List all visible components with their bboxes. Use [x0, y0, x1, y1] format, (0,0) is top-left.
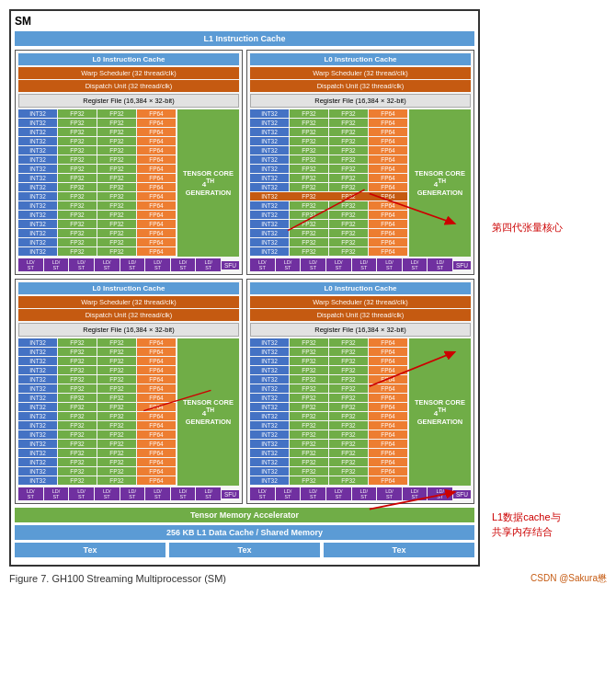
core-row: INT32FP32FP32FP64 [18, 366, 176, 374]
cores-left-2: INT32FP32FP32FP64 INT32FP32FP32FP64 INT3… [250, 109, 407, 257]
core-row: INT32FP32FP32FP64 [250, 137, 407, 145]
cores-left-3: INT32FP32FP32FP64 INT32FP32FP32FP64 INT3… [18, 338, 176, 486]
core-row: INT32FP32FP32FP64 [18, 192, 176, 201]
core-row: INT32FP32FP32FP64 [18, 247, 176, 256]
cores-area-1: INT32FP32FP32FP64 INT32FP32FP32FP64 INT3… [18, 109, 239, 257]
core-row: INT32FP32FP32FP64 [250, 348, 407, 356]
core-row: INT32FP32FP32FP64 [18, 109, 176, 118]
core-row: INT32FP32FP32FP64 [250, 384, 407, 393]
core-row: INT32FP32FP32FP64 [18, 375, 176, 384]
right-annotations: 第四代张量核心 L1数据cache与 共享内存结合 [487, 9, 607, 567]
tex-3: Tex [324, 543, 474, 557]
core-row: INT32FP32FP32FP64 [250, 357, 407, 365]
core-row: INT32FP32FP32FP64 [250, 109, 407, 118]
core-row: INT32FP32FP32FP64 [18, 449, 176, 457]
core-row: INT32FP32FP32FP64 [18, 183, 176, 191]
sm-grid: L0 Instruction Cache Warp Scheduler (32 … [15, 50, 474, 504]
core-row: INT32FP32FP32FP64 [250, 220, 407, 228]
core-row: INT32FP32FP32FP64 [250, 119, 407, 127]
warp-scheduler-3: Warp Scheduler (32 thread/clk) [18, 296, 239, 308]
l0-cache-4: L0 Instruction Cache [250, 282, 471, 294]
register-file-2: Register File (16,384 × 32-bit) [250, 94, 471, 108]
core-row: INT32FP32FP32FP64 [18, 476, 176, 485]
l1-instruction-cache-top: L1 Instruction Cache [15, 31, 474, 46]
core-row: INT32FP32FP32FP64 [250, 183, 407, 191]
core-row: INT32FP32FP32FP64 [250, 192, 407, 201]
core-row: INT32FP32FP32FP64 [18, 357, 176, 365]
core-row: INT32FP32FP32FP64 [18, 467, 176, 476]
dispatch-unit-2: Dispatch Unit (32 thread/clk) [250, 80, 471, 92]
core-row: INT32FP32FP32FP64 [18, 119, 176, 127]
tensor-core-label-3: TENSOR CORE 4TH GENERATION [177, 338, 239, 486]
cores-left-4: INT32FP32FP32FP64 INT32FP32FP32FP64 INT3… [250, 338, 407, 486]
tex-1: Tex [15, 543, 165, 557]
figure-caption: Figure 7. GH100 Streaming Multiprocessor… [9, 572, 607, 585]
ld-st-row-3: LD/ST LD/ST LD/ST LD/ST LD/ST LD/ST LD/S… [18, 487, 239, 500]
core-row: INT32FP32FP32FP64 [18, 440, 176, 448]
core-row: INT32FP32FP32FP64 [250, 449, 407, 457]
sub-sm-4: L0 Instruction Cache Warp Scheduler (32 … [246, 279, 474, 504]
ld-st-row-1: LD/ST LD/ST LD/ST LD/ST LD/ST LD/ST LD/S… [18, 258, 239, 271]
core-row: INT32FP32FP32FP64 [250, 146, 407, 155]
warp-scheduler-1: Warp Scheduler (32 thread/clk) [18, 67, 239, 79]
ld-st-row-4: LD/ST LD/ST LD/ST LD/ST LD/ST LD/ST LD/S… [250, 487, 471, 500]
core-row: INT32FP32FP32FP64 [250, 229, 407, 237]
core-row: INT32FP32FP32FP64 [250, 458, 407, 466]
l1-data-cache: 256 KB L1 Data Cache / Shared Memory [15, 525, 474, 540]
core-row: INT32FP32FP32FP64 [250, 394, 407, 402]
cores-area-2: INT32FP32FP32FP64 INT32FP32FP32FP64 INT3… [250, 109, 471, 257]
core-row: INT32FP32FP32FP64 [18, 174, 176, 182]
core-row: INT32FP32FP32FP64 [18, 137, 176, 145]
sfu-3: SFU [222, 490, 239, 498]
annotation-tensor-core: 第四代张量核心 [492, 221, 563, 235]
sm-title: SM [15, 15, 474, 28]
core-row: INT32FP32FP32FP64 [18, 384, 176, 393]
core-row: INT32FP32FP32FP64 [18, 211, 176, 219]
tensor-core-label-4: TENSOR CORE 4TH GENERATION [409, 338, 471, 486]
core-row: INT32FP32FP32FP64 [18, 421, 176, 430]
core-row: INT32FP32FP32FP64 [250, 476, 407, 485]
sub-sm-3: L0 Instruction Cache Warp Scheduler (32 … [15, 279, 243, 504]
core-row: INT32FP32FP32FP64 [18, 201, 176, 210]
core-row: INT32FP32FP32FP64 [18, 155, 176, 164]
sm-box: SM L1 Instruction Cache L0 Instruction C… [9, 9, 480, 567]
dispatch-unit-3: Dispatch Unit (32 thread/clk) [18, 309, 239, 321]
l0-cache-1: L0 Instruction Cache [18, 53, 239, 65]
sub-sm-1: L0 Instruction Cache Warp Scheduler (32 … [15, 50, 243, 275]
figure-wrapper: SM L1 Instruction Cache L0 Instruction C… [9, 9, 607, 585]
dispatch-unit-4: Dispatch Unit (32 thread/clk) [250, 309, 471, 321]
core-row: INT32FP32FP32FP64 [250, 440, 407, 448]
core-row: INT32FP32FP32FP64 [18, 403, 176, 411]
annotation-l1-cache: L1数据cache与 共享内存结合 [492, 497, 561, 539]
cores-left-1: INT32FP32FP32FP64 INT32FP32FP32FP64 INT3… [18, 109, 176, 257]
core-row: INT32FP32FP32FP64 [250, 201, 407, 210]
sub-sm-2: L0 Instruction Cache Warp Scheduler (32 … [246, 50, 474, 275]
cores-area-4: INT32FP32FP32FP64 INT32FP32FP32FP64 INT3… [250, 338, 471, 486]
core-row: INT32FP32FP32FP64 [18, 338, 176, 347]
ld-st-row-2: LD/ST LD/ST LD/ST LD/ST LD/ST LD/ST LD/S… [250, 258, 471, 271]
tensor-core-label-1: TENSOR CORE 4TH GENERATION [177, 109, 239, 257]
core-row: INT32FP32FP32FP64 [250, 375, 407, 384]
warp-scheduler-4: Warp Scheduler (32 thread/clk) [250, 296, 471, 308]
core-row: INT32FP32FP32FP64 [250, 211, 407, 219]
figure-caption-text: Figure 7. GH100 Streaming Multiprocessor… [9, 573, 226, 584]
register-file-1: Register File (16,384 × 32-bit) [18, 94, 239, 108]
cores-area-3: INT32FP32FP32FP64 INT32FP32FP32FP64 INT3… [18, 338, 239, 486]
core-row: INT32FP32FP32FP64 [250, 238, 407, 246]
l0-cache-2: L0 Instruction Cache [250, 53, 471, 65]
core-row: INT32FP32FP32FP64 [250, 421, 407, 430]
sfu-1: SFU [222, 261, 239, 269]
register-file-3: Register File (16,384 × 32-bit) [18, 323, 239, 337]
tex-2: Tex [169, 543, 320, 557]
core-row: INT32FP32FP32FP64 [18, 430, 176, 439]
page: SM L1 Instruction Cache L0 Instruction C… [0, 0, 616, 594]
sfu-4: SFU [453, 490, 471, 498]
core-row: INT32FP32FP32FP64 [250, 430, 407, 439]
tensor-core-label-2: TENSOR CORE 4TH GENERATION [409, 109, 471, 257]
warp-scheduler-2: Warp Scheduler (32 thread/clk) [250, 67, 471, 79]
core-row: INT32FP32FP32FP64 [250, 403, 407, 411]
core-row: INT32FP32FP32FP64 [18, 348, 176, 356]
core-row: INT32FP32FP32FP64 [250, 165, 407, 173]
core-row: INT32FP32FP32FP64 [18, 238, 176, 246]
core-row: INT32FP32FP32FP64 [250, 128, 407, 136]
